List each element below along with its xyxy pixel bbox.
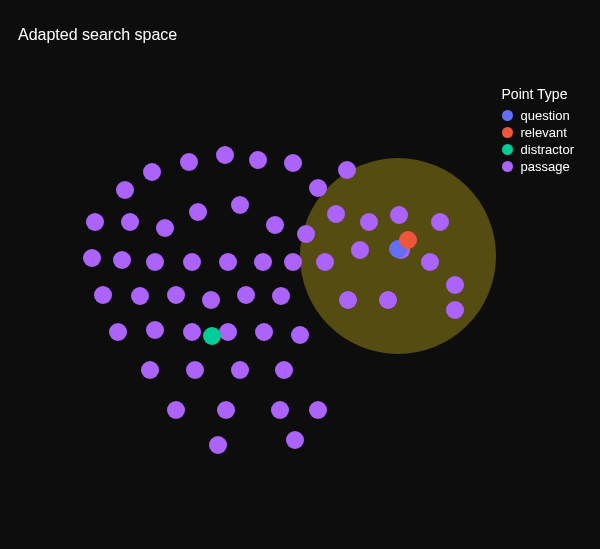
point-passage[interactable] xyxy=(86,213,104,231)
point-passage[interactable] xyxy=(297,225,315,243)
point-passage[interactable] xyxy=(379,291,397,309)
point-passage[interactable] xyxy=(219,253,237,271)
point-passage[interactable] xyxy=(339,291,357,309)
point-passage[interactable] xyxy=(189,203,207,221)
point-passage[interactable] xyxy=(141,361,159,379)
point-passage[interactable] xyxy=(360,213,378,231)
point-passage[interactable] xyxy=(266,216,284,234)
point-passage[interactable] xyxy=(217,401,235,419)
point-passage[interactable] xyxy=(121,213,139,231)
point-passage[interactable] xyxy=(231,196,249,214)
point-passage[interactable] xyxy=(309,179,327,197)
point-passage[interactable] xyxy=(271,401,289,419)
point-passage[interactable] xyxy=(202,291,220,309)
point-passage[interactable] xyxy=(272,287,290,305)
point-passage[interactable] xyxy=(338,161,356,179)
point-passage[interactable] xyxy=(167,401,185,419)
point-passage[interactable] xyxy=(146,253,164,271)
point-passage[interactable] xyxy=(421,253,439,271)
point-passage[interactable] xyxy=(255,323,273,341)
point-distractor[interactable] xyxy=(203,327,221,345)
point-passage[interactable] xyxy=(275,361,293,379)
point-passage[interactable] xyxy=(231,361,249,379)
point-passage[interactable] xyxy=(131,287,149,305)
point-relevant[interactable] xyxy=(399,231,417,249)
point-passage[interactable] xyxy=(284,154,302,172)
point-passage[interactable] xyxy=(249,151,267,169)
chart-stage: Adapted search space Point Type question… xyxy=(0,0,600,549)
point-passage[interactable] xyxy=(216,146,234,164)
point-passage[interactable] xyxy=(351,241,369,259)
point-passage[interactable] xyxy=(209,436,227,454)
point-passage[interactable] xyxy=(180,153,198,171)
point-passage[interactable] xyxy=(327,205,345,223)
point-passage[interactable] xyxy=(390,206,408,224)
point-passage[interactable] xyxy=(316,253,334,271)
point-passage[interactable] xyxy=(116,181,134,199)
point-passage[interactable] xyxy=(94,286,112,304)
point-passage[interactable] xyxy=(83,249,101,267)
point-passage[interactable] xyxy=(143,163,161,181)
point-passage[interactable] xyxy=(446,276,464,294)
point-passage[interactable] xyxy=(146,321,164,339)
scatter-plot xyxy=(0,0,600,549)
point-passage[interactable] xyxy=(446,301,464,319)
point-passage[interactable] xyxy=(431,213,449,231)
point-passage[interactable] xyxy=(286,431,304,449)
point-passage[interactable] xyxy=(113,251,131,269)
point-passage[interactable] xyxy=(284,253,302,271)
point-passage[interactable] xyxy=(186,361,204,379)
point-passage[interactable] xyxy=(254,253,272,271)
point-passage[interactable] xyxy=(109,323,127,341)
point-passage[interactable] xyxy=(156,219,174,237)
point-passage[interactable] xyxy=(183,323,201,341)
point-passage[interactable] xyxy=(291,326,309,344)
point-passage[interactable] xyxy=(219,323,237,341)
point-passage[interactable] xyxy=(309,401,327,419)
point-passage[interactable] xyxy=(183,253,201,271)
point-passage[interactable] xyxy=(167,286,185,304)
point-passage[interactable] xyxy=(237,286,255,304)
